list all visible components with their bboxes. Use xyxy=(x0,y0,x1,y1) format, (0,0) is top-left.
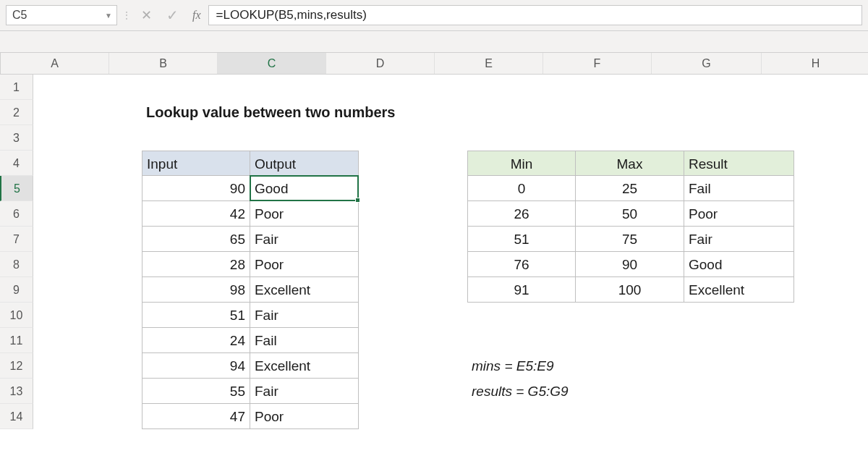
io-output[interactable]: Poor xyxy=(250,404,359,429)
io-output[interactable]: Excellent xyxy=(250,277,359,303)
cell[interactable] xyxy=(576,100,684,125)
lk-result[interactable]: Poor xyxy=(684,201,794,227)
lk-result[interactable]: Good xyxy=(684,252,794,277)
cell[interactable] xyxy=(33,277,142,303)
cell[interactable] xyxy=(794,277,868,303)
cell[interactable] xyxy=(359,328,467,353)
cell[interactable] xyxy=(250,100,359,125)
cell[interactable] xyxy=(576,328,684,353)
cell[interactable] xyxy=(684,353,794,379)
cell[interactable] xyxy=(359,151,467,176)
lk-min[interactable]: 91 xyxy=(467,277,576,303)
enter-icon[interactable]: ✓ xyxy=(165,7,179,24)
io-output[interactable]: Poor xyxy=(250,201,359,227)
lk-result[interactable]: Fail xyxy=(684,176,794,201)
cell[interactable] xyxy=(359,176,467,201)
lk-max[interactable]: 100 xyxy=(576,277,684,303)
cell[interactable] xyxy=(467,303,576,328)
cancel-icon[interactable]: ✕ xyxy=(139,7,153,23)
cell[interactable] xyxy=(684,404,794,429)
cell[interactable] xyxy=(467,100,576,125)
io-input[interactable]: 55 xyxy=(142,379,250,404)
col-header[interactable]: G xyxy=(652,53,762,74)
cell[interactable] xyxy=(359,227,467,252)
io-input[interactable]: 51 xyxy=(142,303,250,328)
cell[interactable] xyxy=(33,227,142,252)
io-input[interactable]: 42 xyxy=(142,201,250,227)
cell[interactable] xyxy=(794,151,868,176)
cell[interactable] xyxy=(794,353,868,379)
name-box[interactable]: C5 ▼ xyxy=(6,5,117,25)
cell[interactable] xyxy=(359,75,467,100)
cell[interactable] xyxy=(684,328,794,353)
cell[interactable] xyxy=(359,125,467,151)
row-header[interactable]: 7 xyxy=(0,227,33,252)
row-header[interactable]: 5 xyxy=(0,176,33,201)
cell[interactable] xyxy=(794,328,868,353)
cell[interactable] xyxy=(359,379,467,404)
cell[interactable] xyxy=(142,75,250,100)
cell[interactable] xyxy=(684,303,794,328)
io-input[interactable]: 24 xyxy=(142,328,250,353)
sheet-title[interactable]: Lookup value between two numbers xyxy=(142,100,250,125)
cell[interactable] xyxy=(250,75,359,100)
cell[interactable] xyxy=(33,404,142,429)
cell[interactable] xyxy=(684,125,794,151)
lk-max[interactable]: 25 xyxy=(576,176,684,201)
cell[interactable] xyxy=(359,277,467,303)
cell[interactable] xyxy=(33,176,142,201)
chevron-down-icon[interactable]: ▼ xyxy=(105,12,112,20)
io-input[interactable]: 65 xyxy=(142,227,250,252)
cell[interactable] xyxy=(33,201,142,227)
row-header[interactable]: 4 xyxy=(0,151,33,176)
row-header[interactable]: 2 xyxy=(0,100,33,125)
spreadsheet-grid[interactable]: A B C D E F G H 1 2 Lookup value between… xyxy=(0,53,868,429)
io-input[interactable]: 28 xyxy=(142,252,250,277)
io-output[interactable]: Fair xyxy=(250,379,359,404)
lk-min[interactable]: 76 xyxy=(467,252,576,277)
io-output[interactable]: Excellent xyxy=(250,353,359,379)
row-header[interactable]: 10 xyxy=(0,303,33,328)
lk-max[interactable]: 50 xyxy=(576,201,684,227)
cell[interactable] xyxy=(359,353,467,379)
cell[interactable] xyxy=(684,75,794,100)
formula-input[interactable]: =LOOKUP(B5,mins,results) xyxy=(208,5,862,25)
note-results[interactable]: results = G5:G9 xyxy=(467,379,576,404)
cell[interactable] xyxy=(33,151,142,176)
note-mins[interactable]: mins = E5:E9 xyxy=(467,353,576,379)
row-header[interactable]: 8 xyxy=(0,252,33,277)
cell[interactable] xyxy=(33,379,142,404)
fill-handle[interactable] xyxy=(355,198,360,203)
cell[interactable] xyxy=(794,404,868,429)
io-output[interactable]: Fair xyxy=(250,303,359,328)
cell[interactable] xyxy=(794,227,868,252)
cell[interactable] xyxy=(794,176,868,201)
row-header[interactable]: 9 xyxy=(0,277,33,303)
cell[interactable] xyxy=(576,125,684,151)
cell[interactable] xyxy=(684,100,794,125)
row-header[interactable]: 13 xyxy=(0,379,33,404)
cell[interactable] xyxy=(33,328,142,353)
io-input[interactable]: 47 xyxy=(142,404,250,429)
cell[interactable] xyxy=(467,75,576,100)
col-header[interactable]: A xyxy=(1,53,109,74)
lk-min[interactable]: 26 xyxy=(467,201,576,227)
col-header[interactable]: F xyxy=(543,53,652,74)
row-header[interactable]: 3 xyxy=(0,125,33,151)
io-header-output[interactable]: Output xyxy=(250,151,359,176)
cell[interactable] xyxy=(33,100,142,125)
cell[interactable] xyxy=(33,353,142,379)
cell[interactable] xyxy=(576,404,684,429)
cell[interactable] xyxy=(467,328,576,353)
lk-header-max[interactable]: Max xyxy=(576,151,684,176)
cell[interactable] xyxy=(33,75,142,100)
row-header[interactable]: 1 xyxy=(0,75,33,100)
lk-header-min[interactable]: Min xyxy=(467,151,576,176)
cell[interactable] xyxy=(794,379,868,404)
lk-max[interactable]: 90 xyxy=(576,252,684,277)
lk-min[interactable]: 51 xyxy=(467,227,576,252)
col-header[interactable]: H xyxy=(762,53,868,74)
io-input[interactable]: 94 xyxy=(142,353,250,379)
cell[interactable] xyxy=(142,125,250,151)
row-header[interactable]: 11 xyxy=(0,328,33,353)
